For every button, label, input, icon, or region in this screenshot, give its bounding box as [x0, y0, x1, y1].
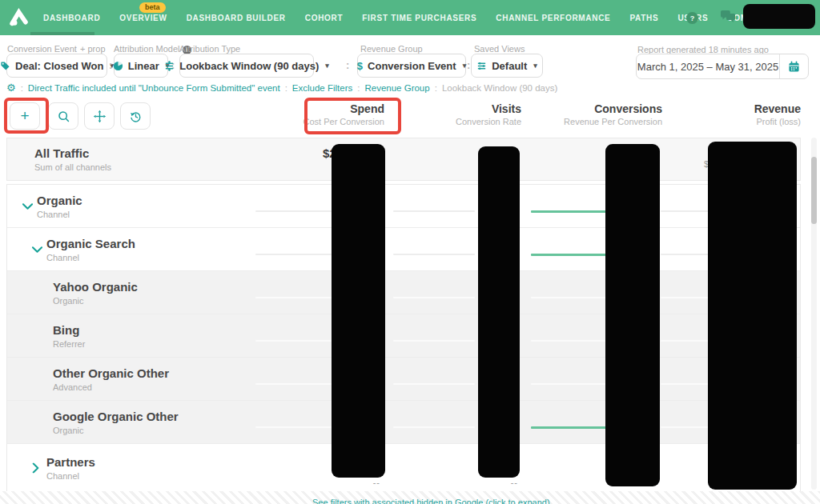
app-logo-icon[interactable] [8, 6, 30, 28]
saved-views-icon [476, 61, 487, 71]
revenue-group-link[interactable]: Revenue Group [364, 83, 429, 93]
table-row-partners[interactable]: PartnersChannel -- -- -- [7, 444, 800, 491]
history-button[interactable] [120, 102, 151, 130]
direct-traffic-filter-link[interactable]: Direct Traffic included until "Unbounce … [28, 83, 280, 93]
revenue-group-label: Revenue Group [360, 44, 423, 54]
attribution-type-dropdown[interactable]: Lookback Window (90 days) ▾ [179, 54, 314, 78]
revenue-sparkline [661, 210, 714, 212]
row-subtitle: Organic [53, 426, 179, 435]
column-header-revenue[interactable]: Revenue Profit (loss) [665, 102, 801, 128]
filter-separator: : [467, 59, 470, 71]
spend-sparkline [255, 383, 332, 385]
revenue-group-dropdown[interactable]: $ Conversion Event ▾ [357, 54, 466, 78]
visits-sparkline [393, 297, 475, 298]
nav-item-dashboard-builder[interactable]: DASHBOARD BUILDER [177, 0, 295, 35]
table-row-organic[interactable]: OrganicChannel [7, 185, 800, 228]
conversions-sparkline [531, 210, 606, 213]
date-range-picker[interactable]: March 1, 2025 – May 31, 2025 [636, 54, 809, 79]
table-row-other-organic-other[interactable]: Other Organic OtherAdvanced [7, 358, 800, 401]
tag-icon [0, 61, 10, 71]
row-title: Bing [53, 323, 85, 337]
row-subtitle: Sum of all channels [34, 162, 111, 172]
search-icon [57, 110, 70, 123]
visits-sparkline [393, 426, 475, 428]
conversions-sparkline [531, 426, 606, 429]
row-subtitle: Advanced [53, 382, 169, 392]
revenue-sparkline [661, 383, 714, 385]
chevron-right-icon[interactable] [32, 462, 39, 473]
nav-item-channel-performance[interactable]: CHANNEL PERFORMANCE [486, 0, 620, 35]
row-title: Organic [37, 194, 82, 207]
redacted-visits-column [478, 146, 520, 478]
attribution-model-dropdown[interactable]: Linear ▾ [114, 54, 168, 78]
row-title: Partners [46, 455, 95, 469]
conversion-event-value: Deal: Closed Won [15, 60, 103, 72]
row-subtitle: Referrer [53, 339, 85, 349]
nav-item-first-time-purchasers[interactable]: FIRST TIME PURCHASERS [352, 0, 486, 35]
chevron-down-icon: ▾ [533, 62, 537, 70]
row-title: All Traffic [34, 146, 111, 160]
spend-sparkline [255, 297, 332, 298]
saved-views-label: Saved Views [474, 44, 525, 54]
chat-icon[interactable] [719, 10, 737, 25]
row-subtitle: Channel [46, 253, 135, 262]
table-row-organic-search[interactable]: Organic SearchChannel [7, 228, 800, 271]
column-header-conversions[interactable]: Conversions Revenue Per Conversion [526, 102, 662, 128]
nav-item-paths[interactable]: PATHS [620, 0, 668, 35]
visits-sparkline [393, 210, 475, 212]
visits-subtitle: Conversion Rate [385, 116, 521, 128]
gear-icon[interactable]: ⚙ [6, 82, 16, 94]
row-subtitle: Channel [46, 471, 95, 481]
history-icon [129, 110, 143, 123]
visits-sparkline [393, 254, 475, 255]
table-row-bing[interactable]: BingReferrer [7, 314, 800, 358]
conversions-sparkline [531, 254, 606, 256]
table-row-google-organic-other[interactable]: Google Organic OtherOrganic [7, 401, 800, 444]
row-subtitle: Organic [53, 296, 138, 306]
saved-views-value: Default [492, 60, 527, 72]
revenue-group-value: Conversion Event [368, 60, 456, 72]
redacted-spend-column [332, 144, 385, 478]
visits-value: -- [511, 478, 518, 487]
filter-separator: : [109, 59, 112, 71]
hidden-filters-link[interactable]: See filters with associated hidden in Go… [312, 498, 550, 504]
all-traffic-row[interactable]: All Traffic Sum of all channels $2 $ [6, 138, 801, 181]
conversions-sparkline [531, 340, 606, 342]
chevron-down-icon[interactable] [22, 202, 33, 210]
redacted-conversions-column [605, 144, 660, 486]
visits-sparkline [393, 340, 475, 342]
applied-filters-bar: ⚙ : Direct Traffic included until "Unbou… [6, 82, 557, 94]
column-header-visits[interactable]: Visits Conversion Rate [385, 102, 521, 128]
attribution-model-value: Linear [128, 60, 159, 72]
row-title: Organic Search [46, 237, 135, 250]
saved-views-dropdown[interactable]: Default ▾ [471, 54, 543, 78]
separator: : [357, 83, 360, 93]
date-range-value: March 1, 2025 – May 31, 2025 [637, 61, 779, 73]
help-icon[interactable]: ? [686, 12, 698, 24]
spend-sparkline [255, 254, 332, 255]
row-title: Other Organic Other [53, 366, 169, 380]
calendar-button[interactable] [779, 54, 808, 78]
scrollbar-thumb[interactable] [811, 157, 817, 224]
search-button[interactable] [48, 102, 78, 130]
conversion-event-dropdown[interactable]: Deal: Closed Won ▾ [6, 54, 107, 78]
redacted-account-region [743, 4, 815, 29]
nav-item-cohort[interactable]: COHORT [295, 0, 353, 35]
channels-table: OrganicChannel Organic SearchChannel Yah… [6, 184, 801, 491]
table-row-yahoo-organic[interactable]: Yahoo OrganicOrganic [7, 271, 800, 314]
top-nav: DASHBOARD OVERVIEW DASHBOARD BUILDER COH… [0, 0, 820, 35]
spend-value: -- [373, 478, 380, 487]
exclude-filters-link[interactable]: Exclude Filters [292, 83, 352, 93]
sliders-icon [164, 61, 175, 71]
redacted-revenue-column [708, 142, 797, 490]
row-title: Yahoo Organic [53, 280, 138, 294]
chevron-down-icon[interactable] [32, 246, 42, 253]
revenue-title: Revenue [665, 102, 801, 116]
revenue-sparkline [661, 426, 714, 428]
nav-item-dashboard[interactable]: DASHBOARD [34, 0, 110, 35]
conversions-sparkline [531, 383, 606, 385]
spend-sparkline [255, 340, 332, 342]
row-subtitle: Channel [37, 210, 82, 219]
add-prop-link[interactable]: + prop [80, 44, 106, 54]
move-button[interactable] [84, 102, 115, 130]
